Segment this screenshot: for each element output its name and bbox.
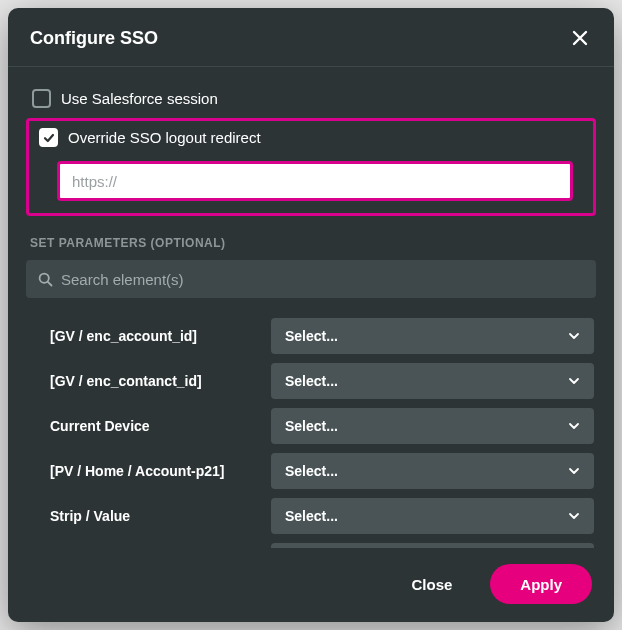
parameters-list: [GV / enc_account_id] Select... [GV / en… [26,318,596,548]
param-label: [GV / enc_contanct_id] [28,373,263,389]
chevron-down-icon [568,375,580,387]
override-sso-row: Override SSO logout redirect [33,124,589,151]
apply-button[interactable]: Apply [490,564,592,604]
param-select-value: Select... [285,328,338,344]
param-select[interactable]: Select... [271,363,594,399]
param-row: Strip / Value Select... [26,498,596,534]
param-label: [PV / Home / Account-p21] [28,463,263,479]
modal-title: Configure SSO [30,28,158,49]
configure-sso-modal: Configure SSO Use Salesforce session Ove… [8,8,614,622]
chevron-down-icon [568,465,580,477]
use-salesforce-session-row: Use Salesforce session [26,85,596,112]
param-select[interactable]: Select... [271,453,594,489]
param-select[interactable]: Select... [271,498,594,534]
param-label: [GV / enc_account_id] [28,328,263,344]
param-label: Current Device [28,418,263,434]
param-select-value: Select... [285,508,338,524]
use-salesforce-session-checkbox[interactable] [32,89,51,108]
param-row: [GV / enc_account_id] Select... [26,318,596,354]
modal-header: Configure SSO [8,8,614,67]
use-salesforce-session-label[interactable]: Use Salesforce session [61,90,218,107]
parameters-search[interactable] [26,260,596,298]
param-select[interactable]: Select... [271,318,594,354]
modal-footer: Close Apply [8,548,614,622]
param-select-value: Select... [285,373,338,389]
override-sso-checkbox[interactable] [39,128,58,147]
chevron-down-icon [568,330,580,342]
param-row: [PV / Home / Account-p21] Select... [26,453,596,489]
chevron-down-icon [568,420,580,432]
search-icon [38,272,53,287]
modal-body: Use Salesforce session Override SSO logo… [8,67,614,548]
param-row: [GV / enc_contanct_id] Select... [26,363,596,399]
override-sso-url-wrap [33,161,589,201]
param-row: Current Device Select... [26,408,596,444]
override-sso-highlight: Override SSO logout redirect [26,118,596,216]
param-select-value: Select... [285,418,338,434]
param-label: Strip / Value [28,508,263,524]
param-select[interactable]: Select... [271,543,594,548]
chevron-down-icon [568,510,580,522]
param-row: Strip / Index Select... [26,543,596,548]
param-select[interactable]: Select... [271,408,594,444]
close-icon[interactable] [566,24,594,52]
close-button[interactable]: Close [387,564,476,604]
svg-line-1 [48,281,52,285]
parameters-search-input[interactable] [61,271,584,288]
override-sso-url-input[interactable] [57,161,573,201]
override-sso-label[interactable]: Override SSO logout redirect [68,129,261,146]
parameters-heading: SET PARAMETERS (OPTIONAL) [26,230,596,260]
param-select-value: Select... [285,463,338,479]
